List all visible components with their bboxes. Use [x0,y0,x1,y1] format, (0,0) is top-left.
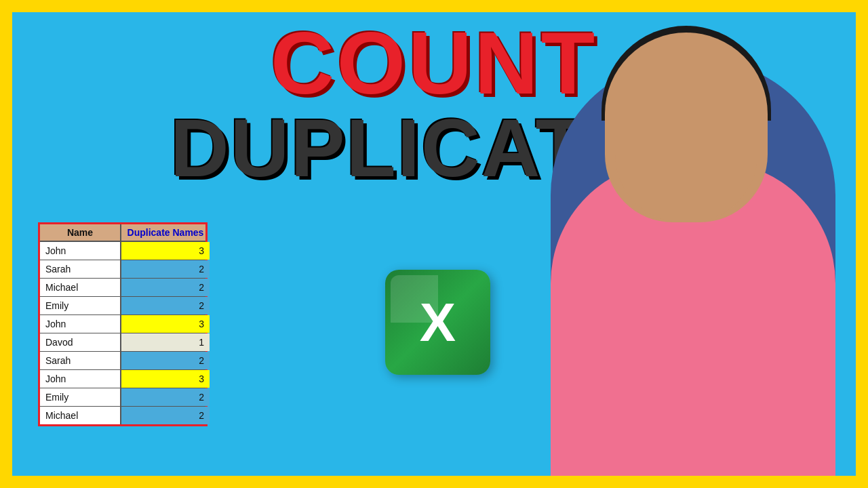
count-cell: 2 [121,297,210,314]
count-cell: 3 [121,242,210,260]
name-cell: Emily [40,388,121,406]
table-row: Davod1 [40,333,205,352]
count-cell: 1 [121,333,210,351]
table-row: John3 [40,315,205,333]
excel-logo: X [385,270,490,375]
name-cell: Davod [40,333,121,351]
count-cell: 2 [121,407,210,424]
count-cell: 2 [121,260,210,278]
main-container: COUNT DUPLICATES Name Duplicate Names Jo… [0,0,868,488]
table-row: John3 [40,370,205,388]
count-cell: 3 [121,315,210,333]
count-cell: 2 [121,279,210,296]
name-cell: John [40,370,121,388]
count-cell: 2 [121,388,210,406]
table-row: Emily2 [40,388,205,407]
name-cell: Emily [40,297,121,314]
name-cell: Michael [40,279,121,296]
header-duplicate-names: Duplicate Names [121,224,210,241]
header-name: Name [40,224,121,241]
excel-logo-highlight [391,275,438,323]
table-row: Emily2 [40,297,205,315]
count-cell: 2 [121,352,210,369]
spreadsheet-header: Name Duplicate Names [40,224,205,242]
table-row: John3 [40,242,205,260]
name-cell: John [40,242,121,260]
person-image [503,12,856,488]
table-row: Sarah2 [40,352,205,370]
name-cell: John [40,315,121,333]
name-cell: Michael [40,407,121,424]
count-cell: 3 [121,370,210,388]
name-cell: Sarah [40,352,121,369]
table-row: Michael2 [40,279,205,297]
spreadsheet: Name Duplicate Names John3Sarah2Michael2… [38,222,208,426]
name-cell: Sarah [40,260,121,278]
table-row: Sarah2 [40,260,205,279]
table-row: Michael2 [40,407,205,424]
